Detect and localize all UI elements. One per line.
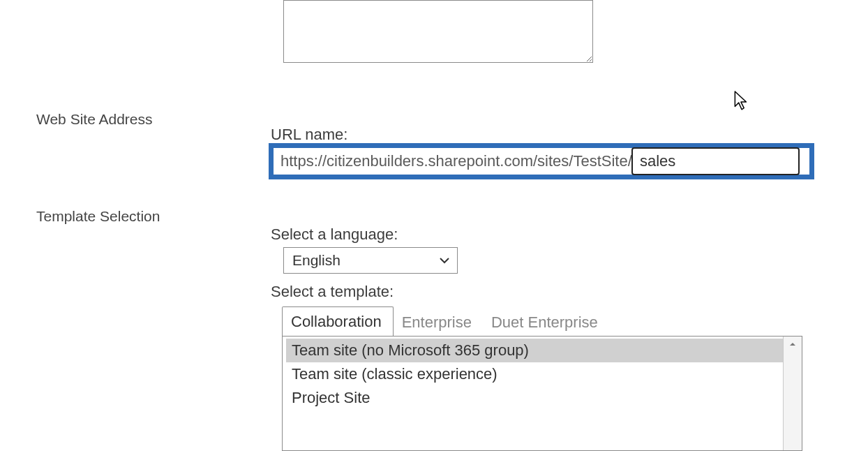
- url-name-label: URL name:: [271, 126, 347, 144]
- template-listbox-scrollbar[interactable]: [783, 337, 802, 450]
- tab-enterprise[interactable]: Enterprise: [394, 308, 483, 337]
- language-select-value: English: [292, 252, 341, 269]
- create-subsite-form: Web Site Address URL name: https://citiz…: [0, 0, 868, 451]
- url-name-input[interactable]: [631, 147, 800, 175]
- tab-collaboration[interactable]: Collaboration: [282, 306, 394, 337]
- url-prefix-text: https://citizenbuilders.sharepoint.com/s…: [280, 152, 632, 170]
- template-item-team-site-no-group[interactable]: Team site (no Microsoft 365 group): [286, 339, 783, 362]
- template-listbox[interactable]: Team site (no Microsoft 365 group) Team …: [282, 336, 802, 451]
- scrollbar-arrow-up-icon[interactable]: [784, 337, 802, 352]
- language-label: Select a language:: [271, 226, 398, 244]
- cursor-icon: [734, 91, 749, 112]
- chevron-down-icon: [439, 255, 450, 266]
- section-label-web-site-address: Web Site Address: [36, 111, 153, 128]
- tab-duet-enterprise[interactable]: Duet Enterprise: [483, 308, 609, 337]
- description-textarea[interactable]: [283, 0, 593, 63]
- section-label-template-selection: Template Selection: [36, 208, 160, 225]
- template-label: Select a template:: [271, 283, 394, 301]
- language-select[interactable]: English: [283, 247, 458, 274]
- template-tabs: Collaboration Enterprise Duet Enterprise: [282, 306, 609, 337]
- template-item-team-site-classic[interactable]: Team site (classic experience): [286, 362, 783, 386]
- template-item-project-site[interactable]: Project Site: [286, 386, 783, 410]
